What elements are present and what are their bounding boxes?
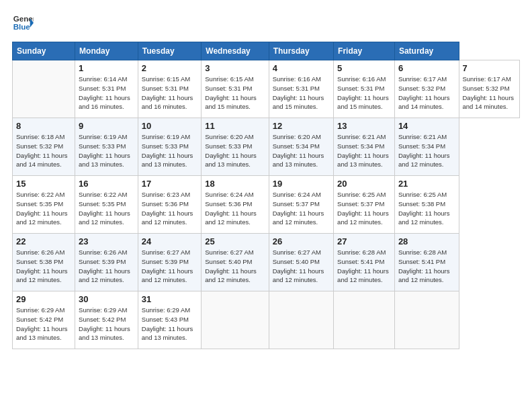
weekday-header: SundayMondayTuesdayWednesdayThursdayFrid… bbox=[13, 42, 520, 60]
calendar-cell bbox=[334, 291, 395, 349]
day-number: 19 bbox=[273, 179, 330, 189]
day-number: 7 bbox=[463, 63, 517, 73]
calendar-cell: 31Sunrise: 6:29 AMSunset: 5:43 PMDayligh… bbox=[138, 291, 201, 349]
calendar-cell: 17Sunrise: 6:23 AMSunset: 5:36 PMDayligh… bbox=[138, 176, 201, 234]
day-number: 13 bbox=[337, 121, 391, 131]
calendar-cell: 20Sunrise: 6:25 AMSunset: 5:37 PMDayligh… bbox=[334, 176, 395, 234]
day-info: Sunrise: 6:16 AMSunset: 5:31 PMDaylight:… bbox=[273, 75, 330, 111]
day-info: Sunrise: 6:29 AMSunset: 5:42 PMDaylight:… bbox=[16, 306, 71, 342]
calendar-cell bbox=[269, 291, 333, 349]
svg-text:Blue: Blue bbox=[13, 23, 31, 31]
calendar-cell: 27Sunrise: 6:28 AMSunset: 5:41 PMDayligh… bbox=[334, 234, 395, 291]
calendar: SundayMondayTuesdayWednesdayThursdayFrid… bbox=[12, 42, 520, 349]
week-row-5: 29Sunrise: 6:29 AMSunset: 5:42 PMDayligh… bbox=[13, 291, 520, 349]
weekday-friday: Friday bbox=[334, 42, 395, 60]
day-number: 6 bbox=[398, 63, 455, 73]
calendar-cell: 4Sunrise: 6:16 AMSunset: 5:31 PMDaylight… bbox=[269, 60, 333, 118]
day-number: 8 bbox=[16, 121, 71, 131]
calendar-cell: 15Sunrise: 6:22 AMSunset: 5:35 PMDayligh… bbox=[13, 176, 75, 234]
day-info: Sunrise: 6:26 AMSunset: 5:39 PMDaylight:… bbox=[79, 248, 134, 285]
day-number: 4 bbox=[273, 63, 330, 73]
calendar-cell: 12Sunrise: 6:20 AMSunset: 5:34 PMDayligh… bbox=[269, 118, 333, 176]
calendar-cell: 24Sunrise: 6:27 AMSunset: 5:39 PMDayligh… bbox=[138, 234, 201, 291]
day-info: Sunrise: 6:29 AMSunset: 5:43 PMDaylight:… bbox=[142, 306, 197, 342]
day-info: Sunrise: 6:29 AMSunset: 5:42 PMDaylight:… bbox=[79, 306, 134, 342]
calendar-cell bbox=[202, 291, 269, 349]
day-info: Sunrise: 6:16 AMSunset: 5:31 PMDaylight:… bbox=[337, 75, 391, 111]
calendar-cell: 6Sunrise: 6:17 AMSunset: 5:32 PMDaylight… bbox=[394, 60, 459, 118]
day-info: Sunrise: 6:21 AMSunset: 5:34 PMDaylight:… bbox=[337, 132, 391, 169]
calendar-cell: 1Sunrise: 6:14 AMSunset: 5:31 PMDaylight… bbox=[75, 60, 138, 118]
week-row-2: 8Sunrise: 6:18 AMSunset: 5:32 PMDaylight… bbox=[13, 118, 520, 176]
day-number: 17 bbox=[142, 179, 197, 189]
calendar-cell: 19Sunrise: 6:24 AMSunset: 5:37 PMDayligh… bbox=[269, 176, 333, 234]
day-number: 16 bbox=[79, 179, 134, 189]
page: General Blue SundayMondayTuesdayWednesda… bbox=[0, 0, 532, 356]
day-number: 3 bbox=[205, 63, 265, 73]
day-number: 24 bbox=[142, 236, 197, 246]
day-number: 1 bbox=[79, 63, 134, 73]
weekday-monday: Monday bbox=[75, 42, 138, 60]
day-number: 22 bbox=[16, 236, 71, 246]
day-info: Sunrise: 6:20 AMSunset: 5:34 PMDaylight:… bbox=[273, 132, 330, 169]
day-number: 18 bbox=[205, 179, 265, 189]
day-info: Sunrise: 6:21 AMSunset: 5:34 PMDaylight:… bbox=[398, 132, 455, 169]
day-info: Sunrise: 6:25 AMSunset: 5:38 PMDaylight:… bbox=[398, 190, 455, 227]
calendar-cell: 5Sunrise: 6:16 AMSunset: 5:31 PMDaylight… bbox=[334, 60, 395, 118]
day-info: Sunrise: 6:14 AMSunset: 5:31 PMDaylight:… bbox=[79, 75, 134, 111]
week-row-3: 15Sunrise: 6:22 AMSunset: 5:35 PMDayligh… bbox=[13, 176, 520, 234]
calendar-cell: 26Sunrise: 6:27 AMSunset: 5:40 PMDayligh… bbox=[269, 234, 333, 291]
calendar-cell: 14Sunrise: 6:21 AMSunset: 5:34 PMDayligh… bbox=[394, 118, 459, 176]
day-number: 25 bbox=[205, 236, 265, 246]
day-info: Sunrise: 6:24 AMSunset: 5:37 PMDaylight:… bbox=[273, 190, 330, 227]
calendar-cell: 18Sunrise: 6:24 AMSunset: 5:36 PMDayligh… bbox=[202, 176, 269, 234]
day-number: 5 bbox=[337, 63, 391, 73]
day-number: 11 bbox=[205, 121, 265, 131]
day-number: 21 bbox=[398, 179, 455, 189]
header: General Blue bbox=[12, 12, 520, 34]
calendar-cell bbox=[13, 60, 75, 118]
calendar-cell: 21Sunrise: 6:25 AMSunset: 5:38 PMDayligh… bbox=[394, 176, 459, 234]
day-info: Sunrise: 6:23 AMSunset: 5:36 PMDaylight:… bbox=[142, 190, 197, 227]
day-number: 9 bbox=[79, 121, 134, 131]
calendar-cell: 2Sunrise: 6:15 AMSunset: 5:31 PMDaylight… bbox=[138, 60, 201, 118]
day-info: Sunrise: 6:22 AMSunset: 5:35 PMDaylight:… bbox=[79, 190, 134, 227]
day-info: Sunrise: 6:28 AMSunset: 5:41 PMDaylight:… bbox=[398, 248, 455, 285]
day-info: Sunrise: 6:18 AMSunset: 5:32 PMDaylight:… bbox=[16, 132, 71, 169]
calendar-body: 1Sunrise: 6:14 AMSunset: 5:31 PMDaylight… bbox=[13, 60, 520, 349]
day-number: 31 bbox=[142, 294, 197, 304]
calendar-cell: 7Sunrise: 6:17 AMSunset: 5:32 PMDaylight… bbox=[459, 60, 520, 118]
weekday-tuesday: Tuesday bbox=[138, 42, 201, 60]
day-number: 30 bbox=[79, 294, 134, 304]
logo-icon: General Blue bbox=[12, 12, 34, 34]
week-row-4: 22Sunrise: 6:26 AMSunset: 5:38 PMDayligh… bbox=[13, 234, 520, 291]
day-info: Sunrise: 6:27 AMSunset: 5:40 PMDaylight:… bbox=[273, 248, 330, 285]
day-info: Sunrise: 6:27 AMSunset: 5:39 PMDaylight:… bbox=[142, 248, 197, 285]
calendar-cell: 22Sunrise: 6:26 AMSunset: 5:38 PMDayligh… bbox=[13, 234, 75, 291]
calendar-cell: 13Sunrise: 6:21 AMSunset: 5:34 PMDayligh… bbox=[334, 118, 395, 176]
day-number: 10 bbox=[142, 121, 197, 131]
day-number: 14 bbox=[398, 121, 455, 131]
calendar-cell: 25Sunrise: 6:27 AMSunset: 5:40 PMDayligh… bbox=[202, 234, 269, 291]
day-info: Sunrise: 6:20 AMSunset: 5:33 PMDaylight:… bbox=[205, 132, 265, 169]
weekday-sunday: Sunday bbox=[13, 42, 75, 60]
calendar-cell: 16Sunrise: 6:22 AMSunset: 5:35 PMDayligh… bbox=[75, 176, 138, 234]
week-row-1: 1Sunrise: 6:14 AMSunset: 5:31 PMDaylight… bbox=[13, 60, 520, 118]
calendar-cell: 11Sunrise: 6:20 AMSunset: 5:33 PMDayligh… bbox=[202, 118, 269, 176]
day-info: Sunrise: 6:19 AMSunset: 5:33 PMDaylight:… bbox=[142, 132, 197, 169]
calendar-cell: 23Sunrise: 6:26 AMSunset: 5:39 PMDayligh… bbox=[75, 234, 138, 291]
day-info: Sunrise: 6:15 AMSunset: 5:31 PMDaylight:… bbox=[142, 75, 197, 111]
day-info: Sunrise: 6:28 AMSunset: 5:41 PMDaylight:… bbox=[337, 248, 391, 285]
day-number: 2 bbox=[142, 63, 197, 73]
day-number: 26 bbox=[273, 236, 330, 246]
logo: General Blue bbox=[12, 12, 34, 34]
day-info: Sunrise: 6:27 AMSunset: 5:40 PMDaylight:… bbox=[205, 248, 265, 285]
weekday-saturday: Saturday bbox=[394, 42, 459, 60]
day-number: 29 bbox=[16, 294, 71, 304]
day-number: 20 bbox=[337, 179, 391, 189]
weekday-thursday: Thursday bbox=[269, 42, 333, 60]
day-number: 27 bbox=[337, 236, 391, 246]
calendar-cell bbox=[394, 291, 459, 349]
calendar-cell: 28Sunrise: 6:28 AMSunset: 5:41 PMDayligh… bbox=[394, 234, 459, 291]
day-info: Sunrise: 6:25 AMSunset: 5:37 PMDaylight:… bbox=[337, 190, 391, 227]
